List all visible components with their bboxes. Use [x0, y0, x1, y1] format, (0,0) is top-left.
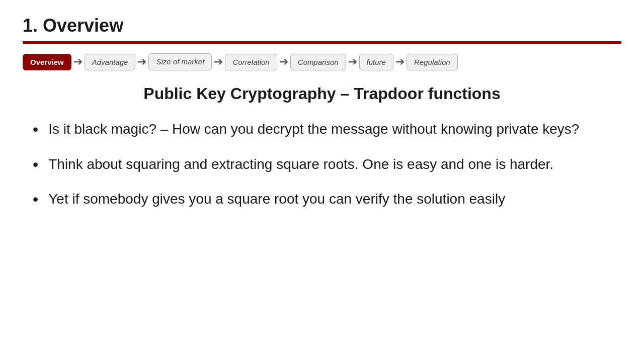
arrow-icon-5: ➔ — [348, 55, 357, 68]
bullet-dot-3: • — [33, 189, 38, 210]
slide-title: 1. Overview — [23, 15, 621, 36]
content-title: Public Key Cryptography – Trapdoor funct… — [33, 84, 611, 103]
nav-pill-advantage[interactable]: Advantage — [85, 54, 136, 70]
bullet-item-2: • Think about squaring and extracting sq… — [33, 154, 611, 175]
arrow-icon-1: ➔ — [73, 55, 83, 68]
arrow-icon-2: ➔ — [137, 55, 146, 68]
arrow-icon-6: ➔ — [395, 55, 405, 68]
nav-item-overview: Overview — [23, 54, 71, 70]
bullet-item-1: • Is it black magic? – How can you decry… — [33, 119, 611, 140]
navigation-bar: Overview ➔ Advantage ➔ Size of market ➔ … — [23, 53, 621, 70]
arrow-icon-4: ➔ — [279, 55, 288, 68]
bullet-dot-1: • — [33, 119, 38, 140]
bullet-dot-2: • — [33, 154, 38, 175]
arrow-icon-3: ➔ — [214, 55, 223, 68]
bullet-item-3: • Yet if somebody gives you a square roo… — [33, 189, 611, 210]
bullet-text-3: Yet if somebody gives you a square root … — [48, 189, 611, 210]
nav-pill-size-of-market[interactable]: Size of market — [148, 53, 212, 70]
nav-item-correlation: Correlation — [225, 54, 277, 70]
nav-pill-regulation[interactable]: Regulation — [407, 54, 458, 70]
nav-pill-correlation[interactable]: Correlation — [225, 54, 277, 70]
nav-pill-overview[interactable]: Overview — [23, 54, 71, 70]
nav-item-comparison: Comparison — [290, 54, 346, 70]
nav-pill-comparison[interactable]: Comparison — [290, 54, 346, 70]
nav-pill-future[interactable]: future — [359, 54, 393, 70]
nav-item-size-of-market: Size of market — [148, 53, 212, 70]
main-content: Public Key Cryptography – Trapdoor funct… — [23, 84, 621, 210]
red-divider — [23, 41, 621, 44]
nav-item-regulation: Regulation — [407, 54, 458, 70]
nav-item-advantage: Advantage — [85, 54, 136, 70]
bullet-text-2: Think about squaring and extracting squa… — [48, 154, 611, 175]
slide-container: 1. Overview Overview ➔ Advantage ➔ Size … — [0, 0, 644, 362]
nav-item-future: future — [359, 54, 393, 70]
bullet-list: • Is it black magic? – How can you decry… — [33, 119, 611, 210]
bullet-text-1: Is it black magic? – How can you decrypt… — [48, 119, 611, 140]
